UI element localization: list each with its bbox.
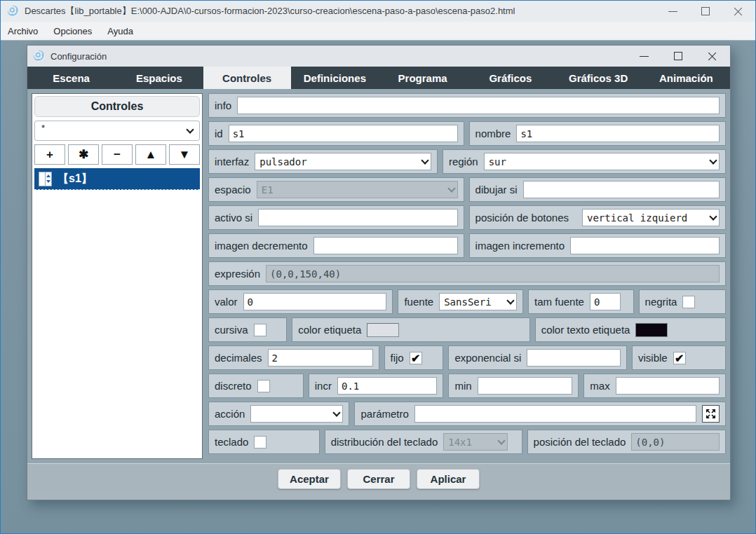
color-etiqueta-swatch[interactable] [367,323,399,337]
controls-panel-header: Controles [34,96,200,117]
remove-control-button[interactable]: − [102,144,133,165]
duplicate-control-button[interactable]: ✱ [68,144,99,165]
color-texto-etiqueta-swatch[interactable] [635,323,668,337]
min-input[interactable] [478,377,573,395]
negrita-checkbox[interactable] [682,296,695,308]
visible-checkbox[interactable] [673,352,686,364]
menu-ayuda[interactable]: Ayuda [107,26,133,36]
tab-programa[interactable]: Programa [379,67,466,89]
menu-archivo[interactable]: Archivo [8,26,38,36]
max-input[interactable] [616,377,720,395]
dialog-window-controls [640,52,724,61]
tab-graficos[interactable]: Gráficos [466,67,554,89]
tam-fuente-group: tam fuente [528,289,634,314]
main-window-controls [668,7,748,16]
decimales-input[interactable] [268,349,373,367]
activo-si-label: activo si [215,212,252,224]
fijo-checkbox[interactable] [410,352,422,364]
imagen-decremento-input[interactable] [313,237,458,254]
distribucion-teclado-label: distribución del teclado [331,436,438,448]
maximize-icon[interactable] [674,52,682,60]
close-icon[interactable] [734,7,743,16]
activo-si-input[interactable] [258,209,457,226]
tam-fuente-input[interactable] [590,293,621,310]
control-properties-form: info id nombre [208,93,726,459]
id-input[interactable] [229,125,458,142]
tab-espacios[interactable]: Espacios [115,67,203,89]
chevron-down-icon [709,156,717,164]
dialog-tabbar: Escena Espacios Controles Definiciones P… [27,67,730,89]
move-up-button[interactable]: ▲ [135,144,166,165]
minimize-icon[interactable] [640,56,649,57]
teclado-checkbox[interactable] [254,436,266,449]
negrita-label: negrita [645,296,677,308]
fuente-label: fuente [404,296,433,308]
chevron-down-icon [333,409,341,416]
controls-list-panel: Controles * + ✱ − ▲ ▼ [32,93,203,459]
info-input[interactable] [237,97,720,114]
dialog-titlebar: Configuración [27,46,730,67]
expand-button[interactable] [702,405,720,423]
tab-graficos-3d[interactable]: Gráficos 3D [555,67,642,89]
dibujar-si-input[interactable] [523,181,720,198]
fuente-select[interactable]: SansSeri [439,293,517,310]
descartes-logo-icon [34,50,45,62]
minimize-icon[interactable] [668,11,677,12]
cerrar-button[interactable]: Cerrar [347,469,410,489]
main-window-title: Descartes【lib_portable】E:\000-AJDA\0-cur… [25,5,515,18]
chevron-down-icon [186,125,194,133]
interfaz-group: interfaz pulsador [208,149,438,174]
region-select[interactable]: sur [484,153,720,170]
controls-filter-select[interactable]: * [34,121,200,141]
incr-group: incr [309,374,444,398]
nombre-group: nombre [469,121,726,146]
discreto-checkbox[interactable] [257,380,270,392]
chevron-down-icon [421,156,428,164]
expresion-label: expresión [215,268,260,280]
aceptar-button[interactable]: Aceptar [278,469,341,489]
tab-escena[interactable]: Escena [27,67,115,89]
decimales-group: decimales [208,345,379,370]
list-item-label: 【s1】 [58,172,93,186]
exponencial-si-input[interactable] [527,349,621,367]
max-label: max [590,380,609,392]
region-group: región sur [443,149,726,174]
discreto-group: discreto [208,374,304,398]
tab-controles[interactable]: Controles [203,67,291,89]
min-label: min [454,380,471,392]
fijo-group: fijo [384,345,444,370]
posicion-botones-select[interactable]: vertical izquierd [582,209,720,226]
dialog-content: Controles * + ✱ − ▲ ▼ [27,89,730,463]
parametro-input[interactable] [414,405,696,423]
close-icon[interactable] [708,52,717,61]
parametro-group: parámetro [354,402,726,426]
chevron-down-icon [709,212,717,220]
dibujar-si-group: dibujar si [469,177,726,202]
cursiva-checkbox[interactable] [254,324,266,336]
posicion-teclado-input [631,433,720,451]
menu-opciones[interactable]: Opciones [53,26,92,36]
posicion-botones-label: posición de botones [475,212,569,224]
valor-input[interactable] [243,293,387,310]
maximize-icon[interactable] [701,7,710,15]
fijo-label: fijo [391,352,404,364]
distribucion-teclado-group: distribución del teclado 14x1 [325,430,522,454]
incr-input[interactable] [337,377,437,395]
negrita-group: negrita [639,289,726,314]
imagen-incremento-input[interactable] [570,237,720,254]
expresion-input [266,265,720,282]
cursiva-group: cursiva [208,317,287,342]
aplicar-button[interactable]: Aplicar [417,469,480,489]
list-item-s1[interactable]: 【s1】 [34,168,200,190]
main-titlebar: Descartes【lib_portable】E:\000-AJDA\0-cur… [1,1,755,22]
move-down-button[interactable]: ▼ [169,144,200,165]
tab-definiciones[interactable]: Definiciones [291,67,379,89]
accion-select[interactable] [250,405,343,423]
nombre-input[interactable] [516,125,720,142]
accion-label: acción [215,408,245,420]
interfaz-select[interactable]: pulsador [255,153,431,170]
add-control-button[interactable]: + [34,144,65,165]
tab-animacion[interactable]: Animación [642,67,730,89]
desktop-area: Configuración Escena Espacios Controles … [1,40,755,533]
expand-icon [706,409,716,419]
